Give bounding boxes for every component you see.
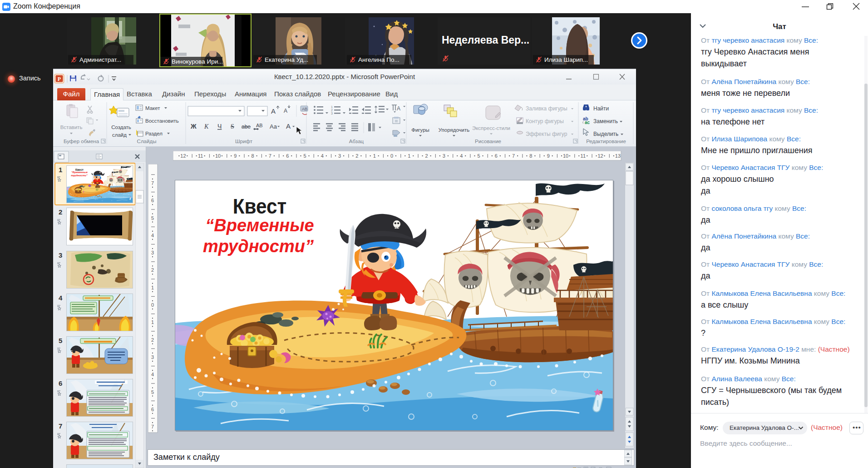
svg-text:12: 12 [180, 153, 186, 159]
svg-text:А: А [286, 122, 291, 130]
svg-text:abе: abе [242, 124, 251, 130]
svg-text:3: 3 [151, 354, 154, 360]
svg-text:7: 7 [59, 422, 62, 430]
svg-text:6: 6 [151, 407, 154, 412]
svg-text:2: 2 [59, 208, 62, 216]
svg-text:1: 1 [151, 285, 154, 290]
svg-text:5: 5 [477, 153, 480, 159]
svg-text:8: 8 [529, 153, 532, 159]
svg-text:слайд: слайд [112, 132, 127, 138]
svg-text:10: 10 [215, 153, 221, 159]
svg-text:1: 1 [59, 166, 62, 174]
svg-text:3: 3 [151, 250, 154, 255]
svg-text:5: 5 [151, 389, 154, 395]
svg-text:ac: ac [585, 120, 590, 125]
svg-text:Заливка фигуры: Заливка фигуры [526, 105, 567, 112]
svg-text:Раздел: Раздел [145, 131, 163, 136]
svg-text:7: 7 [269, 153, 271, 159]
svg-text:Макет: Макет [145, 105, 160, 111]
svg-text:Рисование: Рисование [475, 139, 501, 144]
svg-text:3: 3 [331, 112, 333, 115]
svg-text:3: 3 [59, 251, 62, 259]
svg-text:АВ: АВ [302, 107, 307, 111]
svg-text:Выделить: Выделить [593, 131, 618, 137]
svg-text:5: 5 [151, 215, 154, 221]
svg-text:7: 7 [151, 180, 154, 186]
svg-text:4: 4 [321, 153, 324, 159]
svg-text:6: 6 [59, 379, 62, 387]
svg-text:0: 0 [390, 153, 393, 159]
svg-text:5: 5 [59, 337, 62, 344]
svg-text:Восстановить: Восстановить [145, 118, 179, 124]
svg-text:1: 1 [408, 153, 410, 159]
svg-text:7: 7 [151, 424, 154, 429]
svg-text:А: А [271, 107, 276, 115]
svg-text:Слайды: Слайды [137, 139, 157, 144]
svg-text:Ч: Ч [217, 123, 222, 130]
svg-text:Эффекты фигур: Эффекты фигур [526, 131, 567, 137]
svg-text:1: 1 [331, 105, 333, 109]
svg-text:Упорядочить: Упорядочить [439, 127, 469, 133]
svg-text:Найти: Найти [593, 105, 609, 112]
svg-text:8: 8 [252, 153, 254, 159]
svg-text:К: К [204, 123, 209, 130]
svg-text:9: 9 [234, 153, 237, 159]
svg-text:1: 1 [151, 319, 154, 325]
svg-text:6: 6 [495, 153, 498, 159]
svg-text:2: 2 [151, 267, 154, 273]
svg-text:4: 4 [59, 294, 63, 302]
svg-text:3: 3 [338, 153, 341, 159]
svg-text:Аа: Аа [270, 123, 277, 130]
svg-text:А: А [397, 105, 400, 112]
svg-text:S: S [231, 123, 234, 130]
svg-text:5: 5 [303, 153, 306, 159]
svg-text:7: 7 [512, 153, 515, 159]
svg-text:4: 4 [151, 372, 154, 377]
svg-text:Вставить: Вставить [60, 124, 83, 130]
svg-text:Контур фигуры: Контур фигуры [526, 118, 564, 124]
svg-text:1: 1 [373, 153, 376, 159]
svg-text:Фигуры: Фигуры [411, 127, 429, 133]
svg-text:3: 3 [443, 153, 445, 159]
svg-text:10: 10 [563, 153, 568, 159]
svg-text:11: 11 [198, 153, 203, 159]
svg-text:13: 13 [615, 153, 621, 159]
svg-text:Заменить: Заменить [593, 118, 618, 124]
svg-text:Создать: Создать [111, 124, 131, 130]
svg-text:2: 2 [151, 337, 154, 343]
svg-text:2: 2 [331, 109, 333, 112]
svg-text:P: P [58, 76, 61, 82]
svg-text:А: А [284, 108, 287, 114]
svg-text:6: 6 [286, 153, 289, 159]
svg-text:Буфер обмена: Буфер обмена [64, 139, 99, 144]
svg-text:12: 12 [597, 153, 603, 159]
svg-text:Редактирование: Редактирование [586, 139, 626, 144]
svg-text:2: 2 [355, 153, 358, 159]
svg-text:Абзац: Абзац [349, 139, 364, 144]
svg-text:4: 4 [460, 153, 463, 159]
svg-text:Шрифт: Шрифт [235, 139, 253, 144]
svg-text:АВ: АВ [256, 123, 263, 128]
svg-text:11: 11 [581, 153, 586, 159]
svg-text:Экспресс-стили: Экспресс-стили [472, 125, 510, 131]
svg-text:2: 2 [425, 153, 428, 159]
svg-text:0: 0 [151, 302, 154, 308]
svg-text:Ж: Ж [190, 123, 197, 130]
svg-text:4: 4 [151, 233, 154, 238]
svg-text:9: 9 [547, 153, 550, 159]
svg-text:6: 6 [151, 198, 154, 203]
